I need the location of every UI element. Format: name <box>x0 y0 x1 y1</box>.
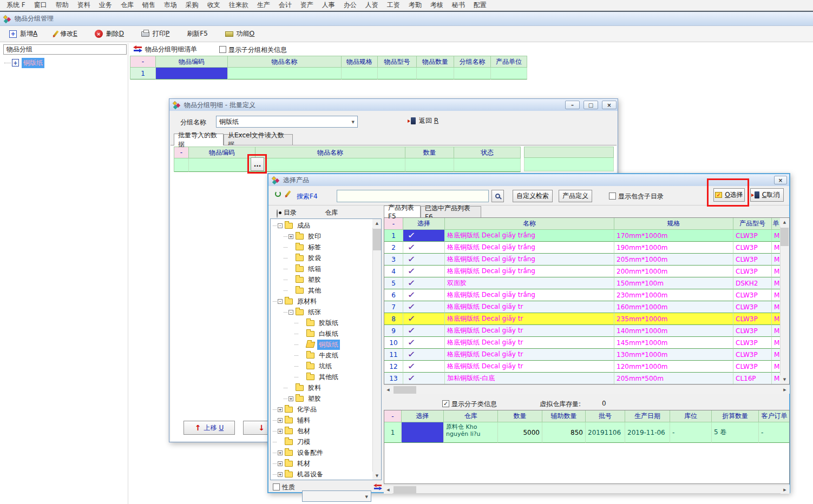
tree-item[interactable]: -成品 <box>272 220 372 231</box>
menu-item[interactable]: 市场 <box>160 0 181 11</box>
menu-item[interactable]: 秘书 <box>448 0 469 11</box>
menu-item[interactable]: 收支 <box>203 0 225 11</box>
product-row[interactable]: 3✓格底铜版纸 Decal giấy trắng205mm*1000mCLW3P… <box>384 254 781 266</box>
grid-cell[interactable]: 200mm*1000m <box>614 266 733 277</box>
expander-icon[interactable]: - <box>278 299 283 304</box>
menu-item[interactable]: 工资 <box>383 0 404 11</box>
close-button[interactable]: × <box>774 176 787 184</box>
custom-search-button[interactable]: 自定义检索 <box>513 190 553 202</box>
grid-cell[interactable]: 格底铜版纸 Decal giấy tr <box>445 337 614 349</box>
grid-cell[interactable]: 7 <box>384 301 403 313</box>
expander-icon[interactable]: - <box>289 310 293 315</box>
minimize-button[interactable]: – <box>565 101 580 109</box>
print-button[interactable]: 打印P <box>137 28 173 39</box>
return-button[interactable]: 返回 R <box>411 116 438 125</box>
tab-batch-import[interactable]: 批量导入的数据 <box>174 134 224 145</box>
add-button[interactable]: + 新增A <box>5 28 41 39</box>
menu-item[interactable]: 系统 F <box>2 0 30 11</box>
expander-icon[interactable]: + <box>278 472 283 477</box>
check-cell[interactable] <box>402 422 444 443</box>
tree-item[interactable]: 标签 <box>272 242 372 253</box>
menu-item[interactable]: 人资 <box>361 0 383 11</box>
tree-item[interactable]: 纸箱 <box>272 263 372 274</box>
grid-cell[interactable]: 190mm*1000m <box>614 242 733 254</box>
grid-cell[interactable]: ✓ <box>403 301 445 313</box>
grid-cell[interactable]: 145mm*1000m <box>614 337 733 349</box>
grid-cell[interactable]: 9 <box>384 325 403 337</box>
grid-cell[interactable] <box>378 68 417 79</box>
column-header[interactable]: 辅助数量 <box>542 410 586 422</box>
expander-icon[interactable]: + <box>278 461 283 466</box>
table-row[interactable]: 1 <box>130 68 527 79</box>
tree-scrollbar-thumb[interactable] <box>373 229 381 250</box>
expander-icon[interactable]: - <box>278 223 283 228</box>
property-checkbox[interactable] <box>273 483 280 490</box>
grid-cell[interactable]: ✓ <box>403 277 445 289</box>
tree-item[interactable]: +包材 <box>272 426 372 436</box>
menu-item[interactable]: 资料 <box>73 0 95 11</box>
menu-item[interactable]: 考核 <box>426 0 448 11</box>
menu-item[interactable]: 生产 <box>253 0 274 11</box>
grid-cell[interactable]: 格底铜版纸 Decal giấy trắng <box>445 242 614 254</box>
grid-cell[interactable]: CLW3P <box>733 289 772 301</box>
location-cell[interactable]: - <box>670 422 712 443</box>
menu-item[interactable]: 窗口 <box>30 0 51 11</box>
expander-icon[interactable]: + <box>278 429 283 434</box>
swap-arrows-icon[interactable] <box>373 483 382 490</box>
grid-cell[interactable]: 170mm*1000m <box>614 230 733 242</box>
column-header[interactable]: - <box>130 56 156 68</box>
aux-quantity-cell[interactable]: 850 <box>542 422 586 443</box>
grid-cell[interactable]: 8 <box>384 313 403 325</box>
tab-product-list[interactable]: 产品列表F5 <box>384 205 421 217</box>
grid-cell[interactable]: 12 <box>384 361 403 373</box>
grid-cell[interactable]: M <box>772 373 781 384</box>
column-header[interactable]: 折算数量 <box>712 410 759 422</box>
grid-cell[interactable]: M <box>772 254 781 266</box>
grid-cell[interactable]: 120mm*1000m <box>614 361 733 373</box>
grid-cell[interactable]: 130mm*1000m <box>614 349 733 361</box>
product-lookup-ellipsis-button[interactable]: ... <box>251 157 264 171</box>
product-hscrollbar-thumb[interactable] <box>394 386 416 394</box>
column-header[interactable]: 产品单位 <box>491 56 527 68</box>
grid-cell[interactable]: CLW3P <box>733 337 772 349</box>
prod-date-cell[interactable]: 2019-11-06 <box>625 422 670 443</box>
move-up-button[interactable]: ↑ 上移 U <box>183 421 235 435</box>
tree-item[interactable]: 其他纸 <box>272 372 372 382</box>
grid-cell[interactable]: M <box>772 361 781 373</box>
grid-cell[interactable]: M <box>772 242 781 254</box>
stock-row[interactable]: 1原料仓 Kho nguyên li?u5000850201911062019-… <box>384 422 790 443</box>
tree-scrollbar[interactable] <box>372 219 382 480</box>
grid-cell[interactable]: 13 <box>384 373 403 384</box>
quantity-cell[interactable]: 5000 <box>498 422 542 443</box>
product-row[interactable]: 1✓格底铜版纸 Decal giấy trắng170mm*1000mCLW3P… <box>384 230 781 242</box>
column-header[interactable]: 物品名称 <box>228 56 342 68</box>
grid-cell[interactable]: M <box>772 313 781 325</box>
expander-icon[interactable]: + <box>278 450 283 455</box>
product-row[interactable]: 7✓格底铜版纸 Decal giấy tr160mm*1000mCLW3PM <box>384 301 781 313</box>
column-header[interactable]: 数量 <box>405 147 454 158</box>
grid-cell[interactable]: M <box>772 349 781 361</box>
grid-cell[interactable]: 205mm*1000m <box>614 254 733 266</box>
column-header[interactable]: 生产日期 <box>625 410 670 422</box>
grid-cell[interactable] <box>255 158 405 172</box>
group-tree-item[interactable]: + 铜版纸 <box>4 57 44 68</box>
converted-qty-cell[interactable]: 5 卷 <box>712 422 759 443</box>
search-label[interactable]: 搜索F4 <box>297 192 318 201</box>
grid-cell[interactable]: 1 <box>130 68 156 79</box>
tree-item[interactable]: +塑胶 <box>272 393 372 404</box>
scroll-up-icon[interactable]: ▲ <box>372 219 382 228</box>
product-define-button[interactable]: 产品定义 <box>559 190 592 202</box>
grid-cell[interactable]: ✓ <box>403 289 445 301</box>
grid-cell[interactable]: ✓ <box>403 349 445 361</box>
grid-cell[interactable]: CLW3P <box>733 313 772 325</box>
tree-item[interactable]: +耗材 <box>272 458 372 469</box>
grid-cell[interactable]: 5 <box>384 277 403 289</box>
menu-item[interactable]: 资产 <box>296 0 318 11</box>
grid-cell[interactable]: 160mm*1000m <box>614 301 733 313</box>
grid-cell[interactable] <box>174 158 189 172</box>
grid-cell[interactable]: 235mm*1000m <box>614 313 733 325</box>
grid-cell[interactable]: M <box>772 337 781 349</box>
grid-cell[interactable]: 加粘铜版纸-白底 <box>445 373 614 384</box>
grid-cell[interactable]: CLW3P <box>733 230 772 242</box>
product-row[interactable]: 4✓格底铜版纸 Decal giấy trắng200mm*1000mCLW3P… <box>384 266 781 277</box>
